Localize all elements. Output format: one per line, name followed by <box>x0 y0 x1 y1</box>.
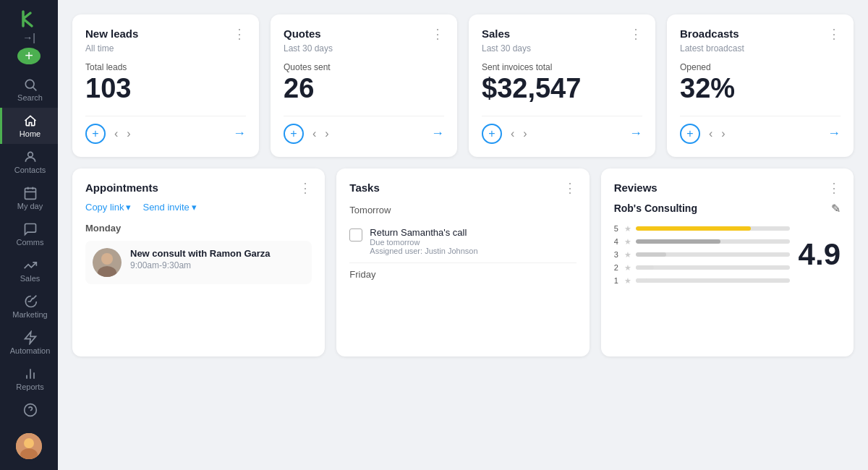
sidebar-item-marketing[interactable]: Marketing <box>0 289 58 325</box>
quotes-prev[interactable]: ‹ <box>312 127 316 140</box>
reviews-score: 4.9 <box>799 237 841 272</box>
sales-go[interactable]: → <box>629 126 642 141</box>
reviews-edit-button[interactable]: ✎ <box>831 202 841 215</box>
quotes-next[interactable]: › <box>325 127 328 140</box>
sidebar-item-reports[interactable]: Reports <box>0 361 58 397</box>
star-bar-fill-1 <box>636 278 648 283</box>
appointments-menu[interactable]: ⋮ <box>299 181 312 195</box>
star-row-3: 3 ★ <box>614 250 790 260</box>
task-checkbox[interactable] <box>349 228 362 242</box>
sales-value: $32,547 <box>482 74 642 104</box>
copy-link-button[interactable]: Copy link ▾ <box>85 202 131 213</box>
sidebar-expand-button[interactable]: →| <box>19 32 39 43</box>
broadcasts-value: 32% <box>680 74 841 104</box>
quotes-label: Quotes sent <box>284 62 444 72</box>
sales-card: Sales ⋮ Last 30 days Sent invoices total… <box>469 14 655 157</box>
sidebar-item-automation[interactable]: Automation <box>0 325 58 361</box>
new-leads-menu[interactable]: ⋮ <box>233 27 246 40</box>
send-invite-button[interactable]: Send invite ▾ <box>142 202 196 213</box>
tasks-section-tomorrow: Tomorrow <box>349 199 576 220</box>
star-bars: 5 ★ 4 ★ 3 ★ 2 <box>614 224 790 286</box>
appointment-time: 9:00am-9:30am <box>130 260 271 270</box>
app-logo <box>16 9 42 29</box>
broadcasts-card: Broadcasts ⋮ Latest broadcast Opened 32%… <box>667 14 854 157</box>
star-row-5: 5 ★ <box>614 224 790 234</box>
stats-cards-row: New leads ⋮ All time Total leads 103 + ‹… <box>72 14 854 157</box>
reviews-business: Rob's Consulting ✎ <box>614 202 841 215</box>
star-bar-fill-4 <box>636 239 720 244</box>
new-leads-subtitle: All time <box>85 43 246 54</box>
quotes-add-btn[interactable]: + <box>284 124 304 144</box>
reviews-card: Reviews ⋮ Rob's Consulting ✎ 5 ★ 4 <box>601 168 854 356</box>
sales-menu[interactable]: ⋮ <box>629 27 642 40</box>
sidebar-item-home[interactable]: Home <box>0 108 58 144</box>
new-leads-value: 103 <box>85 74 246 104</box>
broadcasts-menu[interactable]: ⋮ <box>827 27 841 40</box>
quotes-subtitle: Last 30 days <box>284 43 444 54</box>
broadcasts-title: Broadcasts <box>680 27 739 40</box>
reviews-content: 5 ★ 4 ★ 3 ★ 2 <box>614 224 841 286</box>
svg-point-17 <box>101 253 113 265</box>
reviews-menu[interactable]: ⋮ <box>827 181 841 195</box>
tasks-title: Tasks <box>349 181 379 194</box>
sales-prev[interactable]: ‹ <box>511 127 514 140</box>
svg-point-0 <box>25 80 34 88</box>
star-icon-2: ★ <box>624 263 631 273</box>
svg-point-2 <box>27 152 33 157</box>
broadcasts-go[interactable]: → <box>827 126 841 141</box>
reviews-business-name: Rob's Consulting <box>614 202 697 214</box>
bottom-cards-row: Appointments ⋮ Copy link ▾ Send invite ▾… <box>72 168 854 356</box>
appointment-name: New consult with Ramon Garza <box>130 248 271 259</box>
chevron-down-icon: ▾ <box>192 202 197 213</box>
star-bar-fill-2 <box>636 265 655 270</box>
sidebar-item-contacts[interactable]: Contacts <box>0 144 58 180</box>
star-bar-fill-3 <box>636 252 667 257</box>
sidebar-item-search[interactable]: Search <box>0 72 58 108</box>
new-leads-label: Total leads <box>85 62 246 72</box>
star-icon-3: ★ <box>624 250 631 260</box>
add-button[interactable]: + <box>17 48 41 64</box>
appointments-title: Appointments <box>85 181 158 194</box>
new-leads-next[interactable]: › <box>127 127 130 140</box>
task-assigned: Assigned user: Justin Johnson <box>370 247 477 255</box>
broadcasts-add-btn[interactable]: + <box>680 124 700 144</box>
sidebar-item-sales[interactable]: Sales <box>0 252 58 289</box>
sidebar-item-comms[interactable]: Comms <box>0 216 58 252</box>
new-leads-prev[interactable]: ‹ <box>114 127 118 140</box>
quotes-value: 26 <box>284 74 444 104</box>
sales-next[interactable]: › <box>523 127 527 140</box>
appointment-item[interactable]: New consult with Ramon Garza 9:00am-9:30… <box>85 241 312 284</box>
quotes-menu[interactable]: ⋮ <box>431 27 444 40</box>
user-avatar[interactable] <box>16 433 42 459</box>
quotes-title: Quotes <box>284 27 321 40</box>
quotes-go[interactable]: → <box>431 126 444 141</box>
quotes-card: Quotes ⋮ Last 30 days Quotes sent 26 + ‹… <box>271 14 457 157</box>
svg-rect-3 <box>25 188 35 199</box>
svg-point-14 <box>24 438 34 448</box>
new-leads-add-btn[interactable]: + <box>85 124 106 144</box>
star-icon-4: ★ <box>624 237 631 247</box>
star-row-4: 4 ★ <box>614 237 790 247</box>
main-content: New leads ⋮ All time Total leads 103 + ‹… <box>58 0 868 470</box>
new-leads-go[interactable]: → <box>233 126 246 141</box>
broadcasts-prev[interactable]: ‹ <box>709 127 712 140</box>
sidebar-item-help[interactable] <box>16 397 42 424</box>
task-item[interactable]: Return Samantha's call Due tomorrow Assi… <box>349 220 576 263</box>
sidebar-item-myday[interactable]: My day <box>0 180 58 216</box>
broadcasts-next[interactable]: › <box>721 127 725 140</box>
star-icon-5: ★ <box>624 224 631 234</box>
sidebar-bottom <box>16 397 42 466</box>
reviews-title: Reviews <box>614 181 658 194</box>
task-name: Return Samantha's call <box>370 227 477 238</box>
broadcasts-label: Opened <box>680 62 841 72</box>
star-bar-fill-5 <box>636 226 752 231</box>
tasks-menu[interactable]: ⋮ <box>563 181 576 195</box>
chevron-down-icon: ▾ <box>126 202 131 213</box>
broadcasts-subtitle: Latest broadcast <box>680 43 841 54</box>
new-leads-title: New leads <box>85 27 138 40</box>
star-row-2: 2 ★ <box>614 263 790 273</box>
sales-subtitle: Last 30 days <box>482 43 642 54</box>
sales-label: Sent invoices total <box>482 62 642 72</box>
appt-links: Copy link ▾ Send invite ▾ <box>85 202 312 213</box>
sales-add-btn[interactable]: + <box>482 124 502 144</box>
